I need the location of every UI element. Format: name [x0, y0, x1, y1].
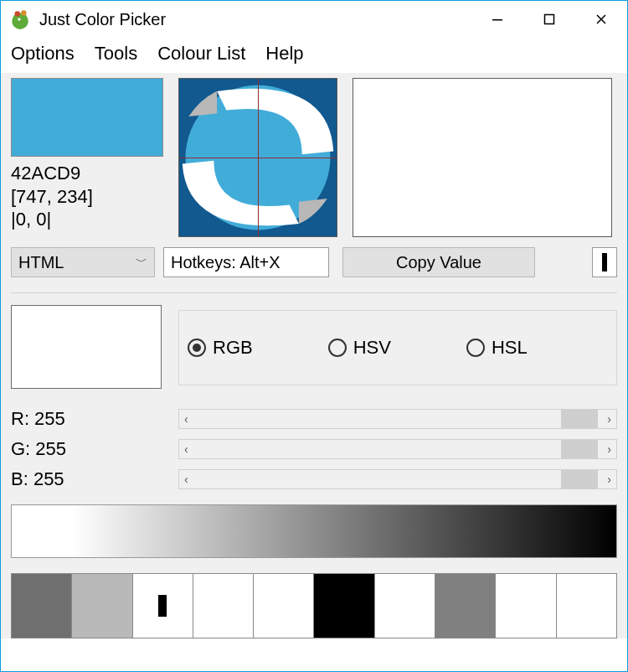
- window-title: Just Color Picker: [39, 10, 471, 29]
- slider-r-label: R: 255: [11, 408, 178, 430]
- menu-colour-list[interactable]: Colour List: [157, 43, 245, 65]
- palette-cell[interactable]: [254, 574, 314, 638]
- svg-point-1: [15, 11, 21, 17]
- arrow-right-icon: ›: [607, 473, 611, 486]
- palette-cell[interactable]: [314, 574, 374, 638]
- screen-coords: [747, 234]: [11, 185, 163, 209]
- gradient-strip[interactable]: [11, 504, 617, 558]
- menu-bar: Options Tools Colour List Help: [1, 38, 627, 73]
- svg-point-2: [21, 10, 27, 16]
- palette-cell[interactable]: [133, 574, 193, 638]
- slider-r-track[interactable]: ‹ ›: [178, 409, 617, 429]
- controls-row: HTML ﹀ Hotkeys: Alt+X Copy Value: [11, 247, 617, 277]
- slider-b-thumb[interactable]: [561, 470, 598, 488]
- radio-icon: [188, 339, 206, 357]
- hotkeys-field[interactable]: Hotkeys: Alt+X: [163, 247, 329, 277]
- arrow-right-icon: ›: [607, 442, 611, 456]
- format-dropdown[interactable]: HTML ﹀: [11, 247, 155, 277]
- copy-value-label: Copy Value: [396, 253, 481, 272]
- colour-list-panel[interactable]: [353, 78, 612, 237]
- app-icon: [9, 8, 31, 30]
- palette-cell[interactable]: [496, 574, 556, 638]
- close-button[interactable]: [575, 1, 627, 38]
- top-row: 42ACD9 [747, 234] |0, 0|: [11, 73, 617, 237]
- chevron-down-icon: ﹀: [136, 255, 147, 270]
- hex-value: 42ACD9: [11, 162, 163, 185]
- radio-hsv-label: HSV: [353, 337, 391, 359]
- radio-rgb-label: RGB: [213, 337, 253, 359]
- edit-color-swatch[interactable]: [11, 305, 162, 389]
- title-bar: Just Color Picker: [1, 1, 627, 38]
- offset-value: |0, 0|: [11, 208, 163, 231]
- palette-cell[interactable]: [72, 574, 132, 638]
- menu-tools[interactable]: Tools: [95, 43, 137, 65]
- palette-cell[interactable]: [375, 574, 435, 638]
- palette-row: [11, 573, 617, 638]
- slider-b-label: B: 255: [11, 468, 178, 490]
- slider-g: G: 255 ‹ ›: [11, 434, 617, 464]
- radio-rgb[interactable]: RGB: [188, 337, 253, 359]
- arrow-right-icon: ›: [607, 412, 611, 426]
- svg-rect-5: [545, 15, 554, 24]
- slider-g-label: G: 255: [11, 438, 178, 460]
- svg-point-3: [18, 18, 20, 20]
- point-sample-swatch[interactable]: [592, 247, 617, 277]
- picked-color-readout: 42ACD9 [747, 234] |0, 0|: [11, 162, 163, 231]
- menu-help[interactable]: Help: [265, 43, 303, 65]
- menu-options[interactable]: Options: [11, 43, 75, 65]
- slider-g-track[interactable]: ‹ ›: [178, 439, 617, 459]
- radio-icon: [328, 339, 347, 357]
- content-area: 42ACD9 [747, 234] |0, 0| HTML ﹀ Hotkeys: [1, 73, 627, 638]
- maximize-button[interactable]: [523, 1, 575, 38]
- picked-color-column: 42ACD9 [747, 234] |0, 0|: [11, 78, 163, 237]
- svg-rect-4: [492, 19, 502, 21]
- arrow-left-icon: ‹: [184, 442, 188, 456]
- minimize-button[interactable]: [471, 1, 523, 38]
- edit-row: RGB HSV HSL: [11, 305, 617, 389]
- hotkeys-text: Hotkeys: Alt+X: [171, 253, 281, 272]
- radio-icon: [466, 339, 485, 357]
- palette-cell[interactable]: [11, 574, 72, 638]
- radio-hsl[interactable]: HSL: [466, 337, 528, 359]
- arrow-left-icon: ‹: [184, 412, 188, 426]
- radio-hsv[interactable]: HSV: [328, 337, 391, 359]
- color-model-group: RGB HSV HSL: [178, 310, 617, 385]
- slider-r: R: 255 ‹ ›: [11, 404, 617, 434]
- picked-color-swatch: [11, 78, 163, 157]
- palette-cell[interactable]: [557, 574, 617, 638]
- crosshair-vertical: [258, 79, 259, 236]
- copy-value-button[interactable]: Copy Value: [342, 247, 535, 277]
- channel-sliders: R: 255 ‹ › G: 255 ‹ › B: 255 ‹ ›: [11, 404, 617, 494]
- format-value: HTML: [18, 253, 64, 272]
- slider-r-thumb[interactable]: [561, 410, 598, 428]
- palette-cell[interactable]: [435, 574, 496, 638]
- slider-g-thumb[interactable]: [561, 440, 598, 458]
- palette-cell[interactable]: [193, 574, 254, 638]
- arrow-left-icon: ‹: [184, 473, 188, 486]
- slider-b: B: 255 ‹ ›: [11, 464, 617, 494]
- radio-hsl-label: HSL: [492, 337, 528, 359]
- slider-b-track[interactable]: ‹ ›: [178, 469, 617, 489]
- divider: [11, 292, 617, 293]
- svg-point-0: [12, 13, 28, 28]
- point-sample-icon: [602, 253, 607, 271]
- magnifier-view: [178, 78, 337, 237]
- palette-marker-icon: [158, 595, 167, 617]
